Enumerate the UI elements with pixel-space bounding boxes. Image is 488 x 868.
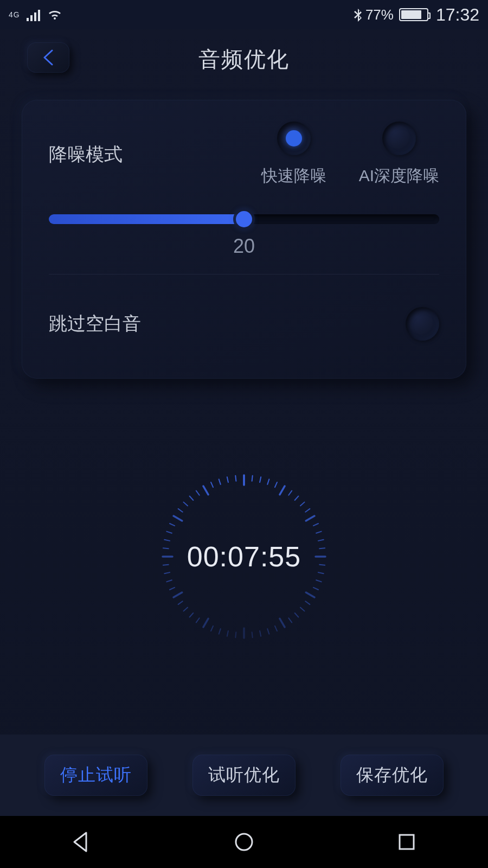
status-bar: 4G 77% 17:32 (0, 0, 488, 29)
svg-line-40 (174, 592, 182, 597)
svg-line-51 (178, 509, 183, 512)
svg-line-22 (300, 608, 304, 611)
radio-fast-denoise[interactable]: 快速降噪 (261, 122, 326, 187)
radio-fast-label: 快速降噪 (261, 165, 326, 187)
svg-line-54 (196, 491, 200, 495)
svg-line-53 (190, 496, 194, 500)
svg-line-23 (295, 613, 299, 617)
save-optimize-button[interactable]: 保存优化 (341, 755, 444, 796)
svg-line-1 (252, 476, 253, 481)
svg-line-47 (164, 540, 170, 541)
wifi-icon (47, 8, 63, 21)
svg-line-9 (305, 509, 310, 512)
svg-line-11 (313, 524, 318, 526)
svg-line-35 (203, 618, 208, 627)
svg-line-3 (267, 479, 269, 484)
svg-line-52 (184, 502, 188, 506)
settings-card: 降噪模式 快速降噪 AI深度降噪 20 跳过空白音 (22, 100, 466, 379)
svg-line-13 (318, 540, 324, 541)
nav-back-button[interactable] (70, 831, 93, 853)
preview-optimize-button[interactable]: 试听优化 (192, 755, 296, 796)
svg-line-24 (288, 618, 292, 622)
stop-preview-label: 停止试听 (60, 763, 132, 787)
button-bar: 停止试听 试听优化 保存优化 (0, 735, 488, 816)
svg-line-39 (178, 601, 183, 604)
radio-ai-denoise[interactable]: AI深度降噪 (359, 122, 439, 187)
nav-home-button[interactable] (233, 831, 255, 853)
svg-line-19 (313, 588, 318, 590)
svg-line-34 (211, 626, 213, 631)
svg-line-38 (184, 608, 188, 611)
noise-mode-label: 降噪模式 (49, 142, 123, 167)
skip-silence-toggle[interactable] (406, 307, 439, 341)
svg-line-41 (170, 588, 175, 590)
timer-dial: 00:07:55 (146, 459, 342, 654)
stop-preview-button[interactable]: 停止试听 (44, 755, 147, 796)
svg-line-49 (170, 524, 175, 526)
battery-percentage: 77% (365, 7, 394, 23)
svg-line-37 (190, 613, 194, 617)
timer-display: 00:07:55 (187, 540, 301, 573)
header: 音频优化 (0, 29, 488, 89)
svg-line-43 (164, 572, 170, 573)
svg-line-12 (316, 532, 322, 533)
chevron-left-icon (41, 49, 55, 66)
svg-line-25 (280, 618, 285, 627)
svg-line-36 (196, 618, 200, 622)
svg-line-17 (318, 572, 324, 573)
svg-line-48 (166, 532, 172, 533)
radio-ai-label: AI深度降噪 (359, 165, 439, 187)
svg-line-10 (306, 516, 314, 521)
svg-line-29 (252, 632, 253, 637)
svg-line-4 (275, 482, 277, 487)
svg-line-2 (260, 477, 261, 482)
page-title: 音频优化 (198, 44, 290, 74)
svg-line-28 (260, 631, 261, 636)
back-button[interactable] (27, 42, 69, 73)
signal-icon (27, 8, 40, 21)
svg-line-42 (166, 580, 172, 582)
timer-zone: 00:07:55 (0, 379, 488, 735)
slider-value: 20 (49, 235, 439, 258)
svg-line-6 (288, 491, 292, 495)
svg-line-46 (163, 548, 169, 548)
battery-icon (399, 8, 428, 21)
nav-recent-button[interactable] (395, 831, 418, 853)
svg-line-33 (219, 629, 221, 634)
android-nav-bar (0, 816, 488, 868)
svg-line-5 (280, 486, 285, 495)
bluetooth-icon (354, 8, 362, 22)
svg-line-20 (306, 592, 314, 597)
svg-line-26 (275, 626, 277, 631)
svg-line-16 (319, 565, 325, 565)
svg-line-7 (295, 496, 299, 500)
svg-line-21 (305, 601, 310, 604)
svg-line-32 (227, 631, 228, 636)
svg-rect-61 (400, 835, 414, 849)
svg-line-44 (163, 565, 169, 565)
slider-thumb[interactable] (236, 211, 252, 227)
svg-line-57 (219, 479, 221, 484)
save-optimize-label: 保存优化 (356, 763, 428, 787)
preview-optimize-label: 试听优化 (208, 763, 280, 787)
svg-line-14 (319, 548, 325, 548)
svg-line-31 (235, 632, 236, 637)
svg-line-58 (227, 477, 228, 482)
svg-line-55 (203, 486, 208, 495)
skip-silence-label: 跳过空白音 (49, 311, 141, 336)
svg-line-59 (235, 476, 236, 481)
svg-line-8 (300, 502, 304, 506)
svg-line-18 (316, 580, 322, 582)
network-type: 4G (9, 11, 20, 18)
svg-point-60 (236, 834, 252, 850)
svg-line-56 (211, 482, 213, 487)
svg-line-50 (174, 516, 182, 521)
noise-slider[interactable] (49, 214, 439, 224)
clock-time: 17:32 (436, 5, 479, 25)
svg-line-27 (267, 629, 269, 634)
